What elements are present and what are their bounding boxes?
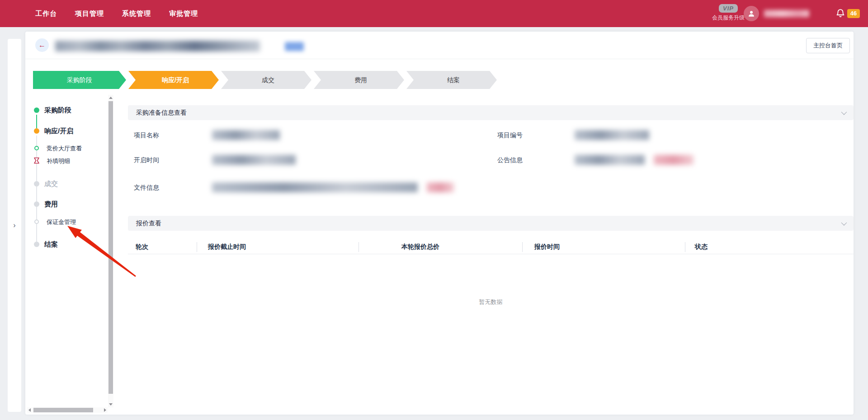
- chevron-down-icon: [841, 220, 847, 226]
- page-header: ← 主控台首页: [25, 32, 854, 59]
- timeline-connector: [36, 135, 37, 244]
- column-header-round-total: 本轮报价总价: [401, 243, 439, 251]
- section-prep-header[interactable]: 采购准备信息查看: [128, 105, 854, 120]
- arrow-left-icon: ←: [38, 41, 46, 49]
- field-link-announcement-redacted[interactable]: [654, 155, 693, 165]
- avatar[interactable]: [744, 6, 759, 21]
- column-header-quote-time: 报价时间: [534, 243, 560, 251]
- project-title-redacted: [55, 41, 260, 51]
- timeline-dot-response: [34, 128, 39, 134]
- stage-stepper: 采购阶段 响应/开启 成交 费用 结案: [33, 71, 497, 89]
- timeline-dot-fees: [34, 201, 39, 207]
- scroll-up-arrow[interactable]: [109, 97, 113, 99]
- notification-count-badge[interactable]: 46: [847, 9, 860, 18]
- column-header-quote-deadline: 报价截止时间: [208, 243, 246, 251]
- main-menu: 工作台 项目管理 系统管理 审批管理: [35, 0, 198, 27]
- back-button[interactable]: ←: [35, 38, 49, 52]
- timeline-connector-done: [36, 115, 37, 128]
- field-label-file-info: 文件信息: [134, 184, 159, 192]
- sidebar-item-deposit-management[interactable]: 保证金管理: [47, 218, 76, 226]
- sidebar-horizontal-scrollbar[interactable]: [27, 407, 108, 413]
- table-header-border: [128, 254, 854, 254]
- section-prep-title: 采购准备信息查看: [136, 109, 187, 117]
- field-link-file-info-redacted[interactable]: [427, 182, 454, 192]
- step-fees[interactable]: 费用: [314, 71, 404, 89]
- empty-state-text: 暂无数据: [128, 298, 854, 306]
- vertical-scroll-thumb[interactable]: [108, 101, 113, 394]
- timeline-ring-deposit: [34, 219, 39, 224]
- sidebar-item-closure[interactable]: 结案: [44, 240, 58, 249]
- timeline-dot-closure: [34, 242, 39, 247]
- field-value-file-info-redacted: [212, 182, 418, 192]
- sidebar-item-fill-details[interactable]: 补填明细: [47, 157, 70, 165]
- column-divider: [197, 242, 197, 252]
- status-tag-redacted: [285, 42, 304, 51]
- scroll-right-arrow[interactable]: [104, 408, 106, 412]
- vip-icon: VIP: [719, 4, 738, 13]
- chevron-right-icon: ›: [13, 221, 15, 229]
- sidebar-item-bid-hall-view[interactable]: 竞价大厅查看: [47, 145, 82, 153]
- sidebar-vertical-scrollbar[interactable]: [108, 95, 113, 407]
- field-value-open-time-redacted: [212, 155, 296, 165]
- scroll-down-arrow[interactable]: [109, 403, 113, 406]
- step-deal[interactable]: 成交: [221, 71, 311, 89]
- console-home-button[interactable]: 主控台首页: [806, 38, 850, 53]
- nav-item-workbench[interactable]: 工作台: [35, 9, 57, 18]
- column-header-round: 轮次: [136, 243, 148, 251]
- section-quote-header[interactable]: 报价查看: [128, 216, 854, 231]
- column-divider: [359, 242, 359, 252]
- stage-timeline: 采购阶段 响应/开启 竞价大厅查看 补填明细 成交 费用 保证金管理 结案: [25, 94, 115, 413]
- collapsed-panel-toggle[interactable]: ›: [8, 39, 21, 412]
- timeline-dot-deal: [34, 181, 39, 187]
- sidebar-item-procurement-stage[interactable]: 采购阶段: [44, 106, 71, 115]
- column-divider: [685, 242, 685, 252]
- step-response-open[interactable]: 响应/开启: [128, 71, 219, 89]
- column-header-status: 状态: [695, 243, 708, 251]
- sidebar-item-deal[interactable]: 成交: [44, 180, 58, 188]
- main-card: ← 主控台首页 采购阶段 响应/开启 成交 费用 结案 采购阶段 响应/开启 竞…: [25, 32, 854, 415]
- field-label-announcement: 公告信息: [497, 156, 523, 164]
- step-closure[interactable]: 结案: [406, 71, 497, 89]
- field-label-project-number: 项目编号: [497, 131, 523, 140]
- timeline-ring-bid-hall: [34, 146, 39, 150]
- chevron-down-icon: [841, 109, 847, 115]
- nav-item-system-management[interactable]: 系统管理: [122, 9, 151, 18]
- field-value-project-number-redacted: [575, 130, 649, 140]
- field-label-project-name: 项目名称: [134, 131, 159, 140]
- bell-icon[interactable]: [835, 8, 845, 19]
- app: 工作台 项目管理 系统管理 审批管理 VIP 会员服务升级 46 › ←: [0, 0, 868, 420]
- field-value-announcement-redacted: [575, 155, 645, 165]
- field-value-project-name-redacted: [212, 130, 280, 140]
- scroll-left-arrow[interactable]: [28, 408, 31, 412]
- field-label-open-time: 开启时间: [134, 156, 159, 164]
- nav-item-approval-management[interactable]: 审批管理: [169, 9, 198, 18]
- nav-item-project-management[interactable]: 项目管理: [75, 9, 104, 18]
- section-quote-title: 报价查看: [136, 219, 161, 228]
- person-icon: [747, 9, 756, 18]
- top-nav: 工作台 项目管理 系统管理 审批管理 VIP 会员服务升级 46: [0, 0, 868, 27]
- sidebar-item-fees[interactable]: 费用: [44, 200, 58, 209]
- timeline-dot-procurement: [34, 107, 39, 113]
- username-redacted: [764, 10, 809, 17]
- sidebar-item-response-open[interactable]: 响应/开启: [44, 127, 73, 135]
- step-procurement-stage[interactable]: 采购阶段: [33, 71, 126, 89]
- column-divider: [522, 242, 523, 252]
- horizontal-scroll-thumb[interactable]: [33, 408, 93, 412]
- hourglass-icon: [33, 157, 40, 164]
